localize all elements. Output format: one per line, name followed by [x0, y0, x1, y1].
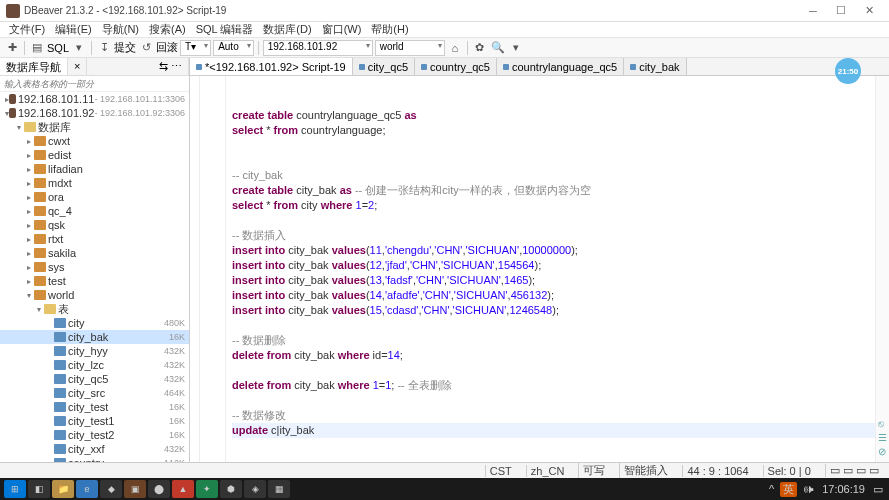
- new-conn-icon[interactable]: ✚: [4, 40, 20, 56]
- tree-node-schema[interactable]: ▸edist: [0, 148, 189, 162]
- menu-item[interactable]: 数据库(D): [258, 22, 316, 37]
- status-locale: zh_CN: [526, 465, 569, 477]
- app-icon-3[interactable]: ⬤: [148, 480, 170, 498]
- editor-tab[interactable]: city_qc5: [353, 58, 415, 75]
- tree-node-schema[interactable]: ▸lifadian: [0, 162, 189, 176]
- tx-mode-combo[interactable]: T▾: [180, 40, 211, 56]
- tray-ime[interactable]: 英: [780, 482, 797, 497]
- database-tree[interactable]: ▸192.168.101.11- 192.168.101.11:3306▾192…: [0, 92, 189, 462]
- tree-node-schema[interactable]: ▸cwxt: [0, 134, 189, 148]
- tree-node-schema[interactable]: ▾world: [0, 288, 189, 302]
- commit-label[interactable]: 提交: [114, 40, 136, 55]
- app-icon-2[interactable]: ▣: [124, 480, 146, 498]
- tree-node-schema[interactable]: ▸sakila: [0, 246, 189, 260]
- app-icon-6[interactable]: ⬢: [220, 480, 242, 498]
- tree-node-schema[interactable]: ▸sys: [0, 260, 189, 274]
- close-nav-tab[interactable]: ×: [68, 58, 87, 75]
- menu-item[interactable]: 编辑(E): [50, 22, 97, 37]
- tree-node-schema[interactable]: ▸rtxt: [0, 232, 189, 246]
- taskview-icon[interactable]: ◧: [28, 480, 50, 498]
- status-selection: Sel: 0 | 0: [763, 465, 815, 477]
- app-icon-1[interactable]: ◆: [100, 480, 122, 498]
- main-toolbar: ✚ ▤ SQL ▾ ↧ 提交 ↺ 回滚 T▾ Auto 192.168.101.…: [0, 38, 889, 58]
- rollback-label[interactable]: 回滚: [156, 40, 178, 55]
- tree-node-table[interactable]: city_bak16K: [0, 330, 189, 344]
- status-icons[interactable]: ▭ ▭ ▭ ▭: [825, 464, 883, 477]
- tree-node-conn[interactable]: ▾192.168.101.92- 192.168.101.92:3306: [0, 106, 189, 120]
- tray-clock[interactable]: 17:06:19: [820, 483, 867, 495]
- tree-node-table[interactable]: city_lzc432K: [0, 358, 189, 372]
- tree-node-folder[interactable]: ▾表: [0, 302, 189, 316]
- menu-item[interactable]: 窗口(W): [317, 22, 367, 37]
- windows-taskbar[interactable]: ⊞ ◧ 📁 e ◆ ▣ ⬤ ▲ ✦ ⬢ ◈ ▦ ^ 英 🕪 17:06:19 ▭: [0, 478, 889, 500]
- sql-editor[interactable]: create table countrylanguage_qc5 asselec…: [226, 76, 875, 462]
- maximize-button[interactable]: ☐: [827, 4, 855, 17]
- navigator-tab[interactable]: 数据库导航: [0, 58, 68, 75]
- sql-editor-icon[interactable]: ▤: [29, 40, 45, 56]
- home-icon[interactable]: ⌂: [447, 40, 463, 56]
- tray-caret[interactable]: ^: [767, 483, 776, 495]
- menu-item[interactable]: 导航(N): [97, 22, 144, 37]
- status-writable: 可写: [578, 463, 609, 478]
- settings-icon[interactable]: ✿: [472, 40, 488, 56]
- tree-node-table[interactable]: city_qc5432K: [0, 372, 189, 386]
- tree-node-table[interactable]: city_xxf432K: [0, 442, 189, 456]
- editor-tab[interactable]: country_qc5: [415, 58, 497, 75]
- more-icon[interactable]: ▾: [508, 40, 524, 56]
- time-badge: 21:50: [835, 58, 861, 84]
- close-button[interactable]: ✕: [855, 4, 883, 17]
- tree-node-schema[interactable]: ▸qc_4: [0, 204, 189, 218]
- tree-node-table[interactable]: city_test116K: [0, 414, 189, 428]
- editor-tab[interactable]: *<192.168.101.92> Script-19: [190, 58, 353, 75]
- menu-item[interactable]: SQL 编辑器: [191, 22, 259, 37]
- schema-combo[interactable]: world: [375, 40, 445, 56]
- filter-input[interactable]: [0, 76, 189, 91]
- edge-icon[interactable]: e: [76, 480, 98, 498]
- tree-node-table[interactable]: city_hyy432K: [0, 344, 189, 358]
- tree-node-folder[interactable]: ▾数据库: [0, 120, 189, 134]
- editor-tabs: *<192.168.101.92> Script-19city_qc5count…: [190, 58, 889, 76]
- tree-node-table[interactable]: city_test216K: [0, 428, 189, 442]
- tree-node-schema[interactable]: ▸test: [0, 274, 189, 288]
- menu-item[interactable]: 文件(F): [4, 22, 50, 37]
- bookmark-icon[interactable]: ☰: [878, 432, 888, 442]
- menu-item[interactable]: 帮助(H): [366, 22, 413, 37]
- tree-node-schema[interactable]: ▸qsk: [0, 218, 189, 232]
- tree-node-conn[interactable]: ▸192.168.101.11- 192.168.101.11:3306: [0, 92, 189, 106]
- tree-node-schema[interactable]: ▸ora: [0, 190, 189, 204]
- menu-item[interactable]: 搜索(A): [144, 22, 191, 37]
- editor-tab[interactable]: city_bak: [624, 58, 686, 75]
- zoom-icon[interactable]: ⊘: [878, 446, 888, 456]
- app-icon-8[interactable]: ▦: [268, 480, 290, 498]
- tree-node-table[interactable]: city_src464K: [0, 386, 189, 400]
- outline-icon[interactable]: ⎋: [878, 418, 888, 428]
- tree-node-schema[interactable]: ▸mdxt: [0, 176, 189, 190]
- dropdown-icon[interactable]: ▾: [71, 40, 87, 56]
- menubar[interactable]: 文件(F)编辑(E)导航(N)搜索(A)SQL 编辑器数据库(D)窗口(W)帮助…: [0, 22, 889, 38]
- app-icon-5[interactable]: ✦: [196, 480, 218, 498]
- app-icon-7[interactable]: ◈: [244, 480, 266, 498]
- tray-net-icon[interactable]: 🕪: [801, 483, 816, 495]
- tray-notif-icon[interactable]: ▭: [871, 483, 885, 496]
- connection-combo[interactable]: 192.168.101.92: [263, 40, 373, 56]
- search-icon[interactable]: 🔍: [490, 40, 506, 56]
- tree-node-table[interactable]: city_test16K: [0, 400, 189, 414]
- nav-toolbar-icon[interactable]: ⇆ ⋯: [153, 58, 189, 75]
- status-insert: 智能插入: [619, 463, 672, 478]
- sql-label[interactable]: SQL: [47, 42, 69, 54]
- explorer-icon[interactable]: 📁: [52, 480, 74, 498]
- editor-tab[interactable]: countrylanguage_qc5: [497, 58, 624, 75]
- statusbar: CST zh_CN 可写 智能插入 44 : 9 : 1064 Sel: 0 |…: [0, 462, 889, 478]
- tree-node-table[interactable]: city480K: [0, 316, 189, 330]
- start-button[interactable]: ⊞: [4, 480, 26, 498]
- navigator-filter[interactable]: [0, 76, 189, 92]
- app-icon-4[interactable]: ▲: [172, 480, 194, 498]
- rollback-icon[interactable]: ↺: [138, 40, 154, 56]
- minimize-button[interactable]: ─: [799, 5, 827, 17]
- window-title: DBeaver 21.3.2 - <192.168.101.92> Script…: [24, 5, 799, 16]
- system-tray[interactable]: ^ 英 🕪 17:06:19 ▭: [767, 482, 885, 497]
- auto-combo[interactable]: Auto: [213, 40, 254, 56]
- commit-icon[interactable]: ↧: [96, 40, 112, 56]
- app-icon: [6, 4, 20, 18]
- left-ruler: [190, 76, 226, 462]
